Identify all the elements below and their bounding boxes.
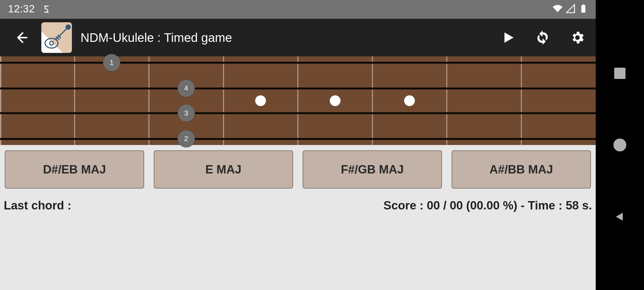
fret-inlay bbox=[404, 95, 415, 106]
wifi-icon bbox=[553, 4, 562, 13]
status-bar: 12:32 bbox=[0, 0, 596, 19]
answer-button-3[interactable]: A#/BB MAJ bbox=[452, 150, 591, 189]
score-time-text: Score : 00 / 00 (00.00 %) - Time : 58 s. bbox=[383, 199, 592, 212]
fret-inlay bbox=[330, 95, 341, 106]
string-line bbox=[0, 62, 596, 64]
answer-button-0[interactable]: D#/EB MAJ bbox=[5, 150, 144, 189]
nav-back-button[interactable] bbox=[612, 209, 627, 224]
fret-line bbox=[74, 56, 75, 145]
system-nav-bar bbox=[596, 0, 644, 290]
fret-line bbox=[148, 56, 149, 145]
fret-line bbox=[521, 56, 522, 145]
app-bar: NDM-Ukulele : Timed game bbox=[0, 19, 596, 56]
answer-button-2[interactable]: F#/GB MAJ bbox=[303, 150, 442, 189]
fret-line bbox=[297, 56, 298, 145]
battery-icon bbox=[579, 4, 588, 13]
nav-home-button[interactable] bbox=[612, 137, 627, 153]
string-line bbox=[0, 138, 596, 140]
nav-recents-button[interactable] bbox=[612, 66, 627, 81]
footer: Last chord : Score : 00 / 00 (00.00 %) -… bbox=[4, 199, 592, 212]
nut bbox=[0, 56, 1, 145]
status-clock: 12:32 bbox=[8, 3, 35, 15]
app-actions bbox=[499, 29, 586, 46]
svg-point-2 bbox=[66, 25, 70, 29]
finger-marker: 2 bbox=[178, 130, 195, 147]
fret-line bbox=[223, 56, 224, 145]
status-app-icon bbox=[42, 5, 51, 14]
last-chord-label: Last chord : bbox=[4, 199, 71, 212]
string-line bbox=[0, 88, 596, 89]
status-right bbox=[553, 4, 588, 13]
settings-button[interactable] bbox=[569, 29, 586, 46]
fretboard[interactable]: 1432 bbox=[0, 56, 596, 145]
signal-icon bbox=[566, 4, 575, 13]
answer-row: D#/EB MAJE MAJF#/GB MAJA#/BB MAJ bbox=[5, 150, 591, 189]
answer-button-1[interactable]: E MAJ bbox=[154, 150, 293, 189]
app-screen: 12:32 bbox=[0, 0, 596, 290]
finger-marker: 1 bbox=[103, 54, 120, 71]
app-title: NDM-Ukulele : Timed game bbox=[80, 30, 232, 45]
play-button[interactable] bbox=[499, 29, 516, 46]
svg-point-1 bbox=[50, 41, 53, 45]
fret-line bbox=[446, 56, 447, 145]
refresh-button[interactable] bbox=[534, 29, 551, 46]
back-button[interactable] bbox=[10, 26, 33, 49]
fret-line bbox=[372, 56, 373, 145]
string-line bbox=[0, 112, 596, 114]
fret-inlay bbox=[255, 95, 266, 106]
finger-marker: 4 bbox=[178, 80, 195, 97]
finger-marker: 3 bbox=[178, 104, 195, 122]
status-left: 12:32 bbox=[8, 3, 51, 15]
app-logo bbox=[41, 22, 72, 53]
